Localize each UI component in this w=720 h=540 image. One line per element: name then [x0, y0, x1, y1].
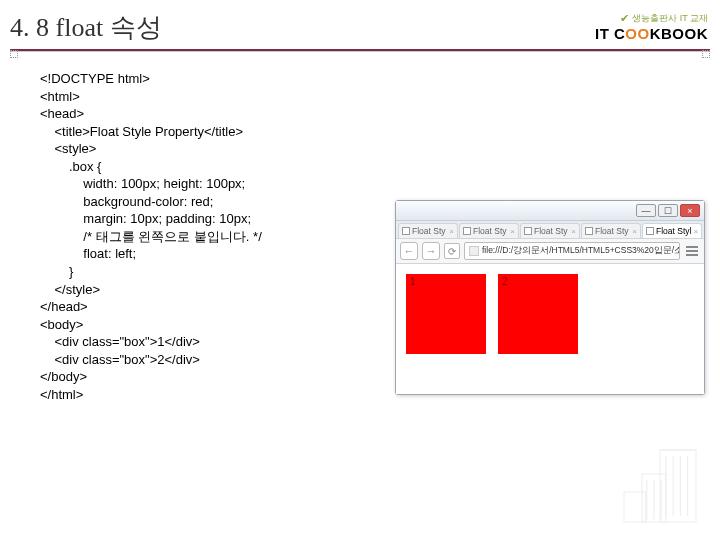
browser-tab[interactable]: Float Sty×: [459, 223, 519, 238]
window-close-button[interactable]: ×: [680, 204, 700, 217]
logo-suffix: KBOOK: [650, 25, 708, 42]
red-box: 2: [498, 274, 578, 354]
browser-tab[interactable]: Float Sty×: [581, 223, 641, 238]
tab-label: Float Sty: [412, 226, 446, 236]
svg-rect-0: [660, 450, 696, 522]
document-icon: [402, 227, 410, 235]
logo-tagline: ✔생능출판사 IT 교재: [595, 12, 708, 25]
document-icon: [646, 227, 654, 235]
reload-button[interactable]: ⟳: [444, 243, 460, 259]
building-watermark: [594, 414, 714, 534]
close-icon[interactable]: ×: [632, 227, 637, 236]
forward-button[interactable]: →: [422, 242, 440, 260]
browser-window: — ☐ × Float Sty× Float Sty× Float Sty× F…: [395, 200, 705, 395]
browser-tab[interactable]: Float Sty×: [520, 223, 580, 238]
browser-tab-active[interactable]: Float Styl×: [642, 223, 702, 238]
logo-prefix: IT C: [595, 25, 625, 42]
close-icon[interactable]: ×: [449, 227, 454, 236]
document-icon: [585, 227, 593, 235]
tab-label: Float Sty: [473, 226, 507, 236]
document-icon: [524, 227, 532, 235]
window-titlebar: — ☐ ×: [396, 201, 704, 221]
tab-label: Float Sty: [595, 226, 629, 236]
document-icon: [463, 227, 471, 235]
logo-main: IT COOKBOOK: [595, 25, 708, 42]
address-bar[interactable]: file:///D:/강의문서/HTML5/HTML5+CSS3%20입문/소스…: [464, 242, 680, 260]
browser-toolbar: ← → ⟳ file:///D:/강의문서/HTML5/HTML5+CSS3%2…: [396, 239, 704, 264]
file-icon: [469, 246, 479, 256]
browser-tabbar: Float Sty× Float Sty× Float Sty× Float S…: [396, 221, 704, 239]
logo-oo: OO: [625, 25, 649, 42]
back-button[interactable]: ←: [400, 242, 418, 260]
url-text: file:///D:/강의문서/HTML5/HTML5+CSS3%20입문/소스…: [482, 245, 680, 257]
close-icon[interactable]: ×: [571, 227, 576, 236]
publisher-logo: ✔생능출판사 IT 교재 IT COOKBOOK: [595, 12, 708, 42]
decorative-corners: [10, 50, 710, 58]
tab-label: Float Styl: [656, 226, 691, 236]
browser-viewport: 1 2: [396, 264, 704, 394]
window-minimize-button[interactable]: —: [636, 204, 656, 217]
close-icon[interactable]: ×: [510, 227, 515, 236]
red-box: 1: [406, 274, 486, 354]
browser-tab[interactable]: Float Sty×: [398, 223, 458, 238]
menu-icon[interactable]: [684, 243, 700, 259]
close-icon[interactable]: ×: [693, 227, 698, 236]
check-icon: ✔: [620, 12, 629, 25]
window-maximize-button[interactable]: ☐: [658, 204, 678, 217]
logo-tagline-text: 생능출판사 IT 교재: [632, 12, 708, 25]
tab-label: Float Sty: [534, 226, 568, 236]
